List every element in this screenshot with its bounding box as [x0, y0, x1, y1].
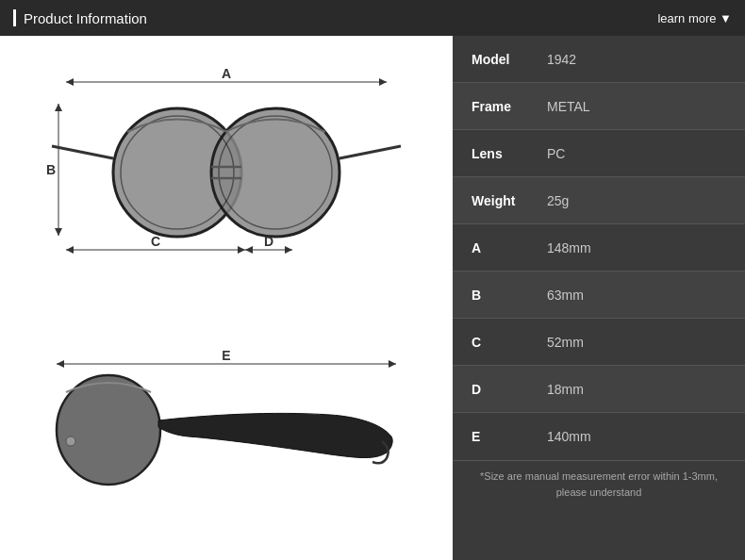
spec-row: FrameMETAL	[453, 83, 745, 130]
svg-text:D: D	[264, 234, 273, 249]
svg-marker-2	[379, 78, 387, 86]
svg-point-32	[66, 436, 75, 446]
spec-value: 1942	[547, 52, 576, 67]
front-view-svg: A B	[38, 61, 415, 278]
header-title: Product Information	[13, 9, 147, 26]
svg-marker-20	[238, 246, 245, 254]
svg-marker-19	[66, 246, 74, 254]
svg-text:B: B	[46, 162, 56, 177]
spec-key: A	[472, 240, 547, 255]
svg-line-17	[52, 146, 113, 158]
spec-key: Lens	[472, 146, 547, 161]
svg-marker-6	[55, 228, 62, 236]
spec-row: Model1942	[453, 36, 745, 83]
spec-value: 25g	[547, 193, 569, 208]
spec-row: D18mm	[453, 366, 745, 413]
svg-text:A: A	[222, 66, 231, 81]
title-bar-decoration	[13, 9, 16, 26]
main-content: A B	[0, 36, 745, 560]
svg-marker-27	[57, 360, 64, 368]
svg-marker-1	[66, 78, 74, 86]
spec-value: 63mm	[547, 288, 584, 303]
svg-marker-24	[285, 246, 292, 254]
spec-key: Weight	[472, 193, 547, 208]
page-wrapper: Product Information learn more ▼ A B	[0, 0, 745, 560]
svg-text:E: E	[222, 348, 230, 363]
spec-value: 18mm	[547, 382, 584, 397]
specs-table: Model1942FrameMETALLensPCWeight25gA148mm…	[453, 36, 745, 460]
spec-value: 148mm	[547, 240, 591, 255]
svg-text:C: C	[151, 234, 160, 249]
spec-key: Frame	[472, 99, 547, 114]
spec-key: B	[472, 288, 547, 303]
spec-row: A148mm	[453, 224, 745, 272]
spec-row: E140mm	[453, 413, 745, 460]
note-area: *Size are manual measurement error withi…	[453, 460, 745, 507]
right-panel: Model1942FrameMETALLensPCWeight25gA148mm…	[453, 36, 745, 560]
spec-key: D	[472, 382, 547, 397]
svg-marker-23	[245, 246, 253, 254]
svg-marker-28	[389, 360, 396, 368]
spec-row: B63mm	[453, 272, 745, 319]
diagram-front: A B	[19, 45, 434, 293]
diagram-side: E	[19, 303, 434, 551]
side-view-svg: E	[38, 347, 415, 507]
spec-row: LensPC	[453, 130, 745, 177]
header: Product Information learn more ▼	[0, 0, 745, 36]
spec-key: E	[472, 429, 547, 444]
page-title: Product Information	[24, 10, 147, 26]
spec-value: PC	[547, 146, 565, 161]
spec-value: METAL	[547, 99, 590, 114]
spec-key: C	[472, 335, 547, 350]
spec-row: C52mm	[453, 319, 745, 366]
left-panel: A B	[0, 36, 453, 560]
svg-line-16	[339, 146, 401, 158]
learn-more-button[interactable]: learn more ▼	[657, 11, 732, 25]
spec-value: 52mm	[547, 335, 584, 350]
svg-marker-5	[55, 104, 62, 111]
note-text: *Size are manual measurement error withi…	[468, 469, 730, 500]
spec-key: Model	[472, 52, 547, 67]
spec-value: 140mm	[547, 429, 591, 444]
spec-row: Weight25g	[453, 177, 745, 224]
